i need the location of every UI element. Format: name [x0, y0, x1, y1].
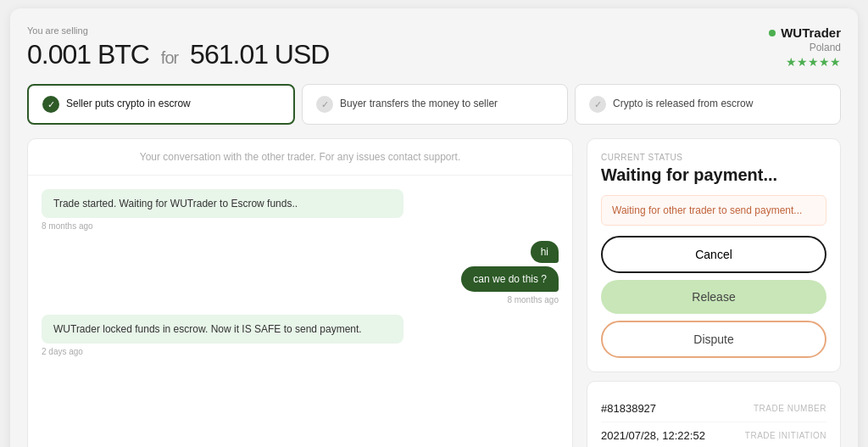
selling-label: You are selling — [27, 25, 329, 36]
chat-panel: Your conversation with the other trader.… — [27, 138, 573, 447]
system-msg-text-1: Trade started. Waiting for WUTrader to E… — [42, 189, 403, 218]
system-msg-time-1: 8 months ago — [42, 221, 559, 231]
header: You are selling 0.001 BTC for 561.01 USD… — [27, 25, 841, 70]
chat-header-note: Your conversation with the other trader.… — [28, 139, 572, 176]
step-3-label: Crypto is released from escrow — [613, 98, 753, 111]
for-word: for — [161, 48, 178, 67]
trade-number-value: #81838927 — [601, 402, 656, 415]
bubble-hi: hi — [531, 241, 559, 263]
username: WUTrader — [781, 25, 841, 40]
steps-bar: ✓ Seller puts crypto in escrow ✓ Buyer t… — [27, 84, 841, 125]
step-3-icon: ✓ — [589, 96, 606, 113]
status-banner: Waiting for other trader to send payment… — [601, 195, 826, 226]
trade-details: #81838927 TRADE NUMBER 2021/07/28, 12:22… — [587, 381, 841, 447]
chat-messages: Trade started. Waiting for WUTrader to E… — [28, 176, 572, 447]
step-2-icon: ✓ — [316, 96, 333, 113]
user-country: Poland — [769, 42, 841, 53]
step-3: ✓ Crypto is released from escrow — [575, 84, 841, 125]
main-content: Your conversation with the other trader.… — [27, 138, 841, 447]
bubble-question: can we do this ? — [461, 266, 559, 292]
user-info: WUTrader Poland ★★★★★ — [769, 25, 841, 69]
outgoing-messages: hi can we do this ? 8 months ago — [42, 241, 559, 305]
amount: 0.001 BTC — [27, 39, 149, 70]
user-stars: ★★★★★ — [769, 55, 841, 69]
trade-initiation-row: 2021/07/28, 12:22:52 TRADE INITIATION — [601, 422, 826, 447]
step-2-label: Buyer transfers the money to seller — [340, 98, 498, 111]
system-message-2: WUTrader locked funds in escrow. Now it … — [42, 315, 559, 356]
trade-initiation-label: TRADE INITIATION — [745, 431, 826, 440]
trade-amount: 0.001 BTC for 561.01 USD — [27, 39, 329, 70]
step-1: ✓ Seller puts crypto in escrow — [27, 84, 295, 125]
trade-initiation-value: 2021/07/28, 12:22:52 — [601, 429, 705, 442]
selling-info: You are selling 0.001 BTC for 561.01 USD — [27, 25, 329, 70]
step-1-icon: ✓ — [42, 96, 59, 113]
step-1-label: Seller puts crypto in escrow — [66, 98, 191, 111]
user-online: WUTrader — [769, 25, 841, 40]
right-panel: CURRENT STATUS Waiting for payment... Wa… — [587, 138, 841, 447]
dispute-button[interactable]: Dispute — [601, 321, 826, 358]
status-section: CURRENT STATUS Waiting for payment... Wa… — [587, 138, 841, 372]
trade-number-label: TRADE NUMBER — [754, 404, 826, 413]
price: 561.01 USD — [190, 39, 329, 70]
current-status-label: CURRENT STATUS — [601, 153, 826, 162]
step-2: ✓ Buyer transfers the money to seller — [302, 84, 568, 125]
cancel-button[interactable]: Cancel — [601, 236, 826, 273]
trade-number-row: #81838927 TRADE NUMBER — [601, 395, 826, 422]
system-message-1: Trade started. Waiting for WUTrader to E… — [42, 189, 559, 231]
release-button[interactable]: Release — [601, 280, 826, 314]
system-msg-time-2: 2 days ago — [42, 347, 559, 356]
bubble-time: 8 months ago — [507, 295, 559, 305]
main-container: You are selling 0.001 BTC for 561.01 USD… — [10, 8, 858, 447]
status-title: Waiting for payment... — [601, 165, 826, 185]
online-indicator — [769, 30, 776, 36]
system-msg-text-2: WUTrader locked funds in escrow. Now it … — [42, 315, 403, 344]
